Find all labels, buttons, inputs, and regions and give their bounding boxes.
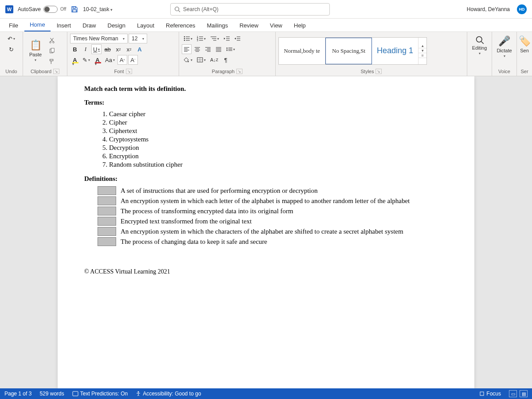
style-no-spacing[interactable]: No Spacing,St	[325, 38, 372, 64]
find-icon	[475, 35, 484, 44]
search-box[interactable]: Search (Alt+Q)	[170, 3, 330, 16]
grow-font-button[interactable]: A^	[117, 55, 127, 65]
tab-insert[interactable]: Insert	[51, 20, 77, 31]
word-count[interactable]: 529 words	[39, 391, 64, 397]
align-left-button[interactable]	[182, 44, 192, 54]
copyright-text: © ACCESS Virtual Learning 2021	[84, 268, 448, 275]
italic-button[interactable]: I	[81, 44, 90, 54]
list-item: Ciphertext	[109, 127, 448, 135]
answer-box[interactable]	[98, 227, 116, 236]
font-color-button[interactable]: A	[93, 55, 102, 65]
font-name-combo[interactable]: Times New Roman▾	[70, 34, 128, 43]
justify-button[interactable]	[214, 44, 223, 54]
search-icon	[174, 6, 180, 12]
bullets-button[interactable]	[182, 34, 194, 43]
terms-list: Caesar cipher Cipher Ciphertext Cryptosy…	[109, 110, 448, 169]
styles-dialog-launcher[interactable]: ↘	[376, 69, 382, 74]
svg-point-10	[184, 40, 185, 41]
gallery-up-icon[interactable]: ▴	[419, 43, 426, 48]
strikethrough-button[interactable]: ab	[102, 44, 112, 54]
decrease-indent-button[interactable]	[222, 34, 231, 43]
line-spacing-button[interactable]	[224, 44, 237, 54]
clipboard-dialog-launcher[interactable]: ↘	[53, 69, 59, 74]
shrink-font-button[interactable]: Aˇ	[128, 55, 138, 65]
answer-box[interactable]	[98, 186, 116, 195]
group-undo-label: Undo	[3, 68, 20, 75]
redo-button[interactable]: ↻	[7, 44, 16, 54]
group-styles-label: Styles	[361, 69, 374, 74]
increase-indent-button[interactable]	[232, 34, 242, 43]
tab-design[interactable]: Design	[102, 20, 131, 31]
tab-mailings[interactable]: Mailings	[202, 20, 234, 31]
tab-help[interactable]: Help	[289, 20, 311, 31]
tab-references[interactable]: References	[160, 20, 200, 31]
bold-button[interactable]: B	[70, 44, 80, 54]
text-predictions-status[interactable]: Text Predictions: On	[72, 391, 128, 397]
gallery-more-icon[interactable]: ≡	[419, 53, 426, 58]
font-size-combo[interactable]: 12▾	[129, 34, 147, 43]
tab-file[interactable]: File	[4, 20, 23, 31]
text-effects-button[interactable]: A	[135, 44, 145, 54]
focus-mode-button[interactable]: Focus	[479, 391, 501, 397]
tab-draw[interactable]: Draw	[77, 20, 101, 31]
font-dialog-launcher[interactable]: ↘	[126, 69, 132, 74]
undo-button[interactable]: ↶	[6, 34, 17, 43]
format-painter-button[interactable]	[47, 57, 57, 66]
toggle-switch[interactable]	[43, 6, 58, 13]
highlight-button[interactable]: A	[70, 55, 80, 65]
answer-box[interactable]	[98, 237, 116, 246]
paste-button[interactable]: 📋 Paste ▾	[26, 38, 45, 64]
tab-view[interactable]: View	[265, 20, 288, 31]
title-bar: W AutoSave Off 10-02_task Search (Alt+Q)…	[0, 0, 532, 19]
align-center-button[interactable]	[192, 44, 202, 54]
answer-box[interactable]	[98, 207, 116, 215]
group-sensitivity-label: Ser	[520, 68, 529, 75]
font-color-pen-button[interactable]: ✎	[81, 55, 92, 65]
autosave-toggle[interactable]: AutoSave Off	[18, 6, 66, 13]
save-icon[interactable]	[70, 5, 78, 13]
tab-review[interactable]: Review	[234, 20, 264, 31]
document-filename[interactable]: 10-02_task	[83, 6, 113, 12]
sort-button[interactable]: A↓Z	[208, 55, 220, 65]
change-case-button[interactable]: Aa	[103, 55, 117, 65]
read-mode-icon[interactable]: ▭	[509, 390, 517, 397]
document-area[interactable]: Match each term with its definition. Ter…	[0, 76, 532, 388]
find-button[interactable]: Editing ▾	[470, 34, 489, 57]
align-right-button[interactable]	[203, 44, 213, 54]
accessibility-status[interactable]: Accessibility: Good to go	[136, 391, 201, 397]
multilevel-list-button[interactable]	[208, 34, 221, 43]
borders-button[interactable]	[195, 55, 207, 65]
copy-button[interactable]	[47, 46, 57, 56]
tab-home[interactable]: Home	[24, 19, 51, 31]
group-voice-label: Voice	[495, 68, 514, 75]
styles-gallery: Normal,body te No Spacing,St Heading 1 ▴…	[278, 37, 427, 65]
numbering-button[interactable]: 123	[195, 34, 207, 43]
page[interactable]: Match each term with its definition. Ter…	[58, 76, 474, 388]
search-placeholder: Search (Alt+Q)	[183, 6, 219, 12]
answer-box[interactable]	[98, 217, 116, 226]
sensitivity-button[interactable]: 🏷️ Sen	[515, 34, 532, 55]
cut-button[interactable]	[47, 35, 57, 45]
style-heading-1[interactable]: Heading 1	[372, 38, 419, 64]
instruction-text: Match each term with its definition.	[84, 85, 448, 93]
user-name[interactable]: Howard, DeYanna	[467, 6, 510, 12]
avatar[interactable]: HD	[517, 4, 527, 14]
style-normal[interactable]: Normal,body te	[279, 38, 325, 64]
shading-button[interactable]	[182, 55, 194, 65]
superscript-button[interactable]: x2	[124, 44, 134, 54]
dictate-button[interactable]: 🎤 Dictate ▾	[495, 34, 514, 60]
keyboard-icon	[72, 391, 78, 396]
tab-layout[interactable]: Layout	[132, 20, 160, 31]
paragraph-dialog-launcher[interactable]: ↘	[236, 69, 243, 74]
answer-box[interactable]	[98, 196, 116, 205]
show-marks-button[interactable]: ¶	[221, 55, 231, 65]
accessibility-icon	[136, 391, 141, 396]
subscript-button[interactable]: x2	[113, 44, 123, 54]
list-item: Encryption	[109, 152, 448, 160]
ribbon: ↶ ↻ Undo 📋 Paste ▾ Clipboard↘ Times New …	[0, 32, 532, 76]
list-item: Random substitution cipher	[109, 160, 448, 169]
gallery-down-icon[interactable]: ▾	[419, 48, 426, 53]
print-layout-icon[interactable]: ▤	[520, 390, 528, 397]
underline-button[interactable]: U	[91, 44, 102, 54]
page-indicator[interactable]: Page 1 of 3	[4, 391, 31, 397]
